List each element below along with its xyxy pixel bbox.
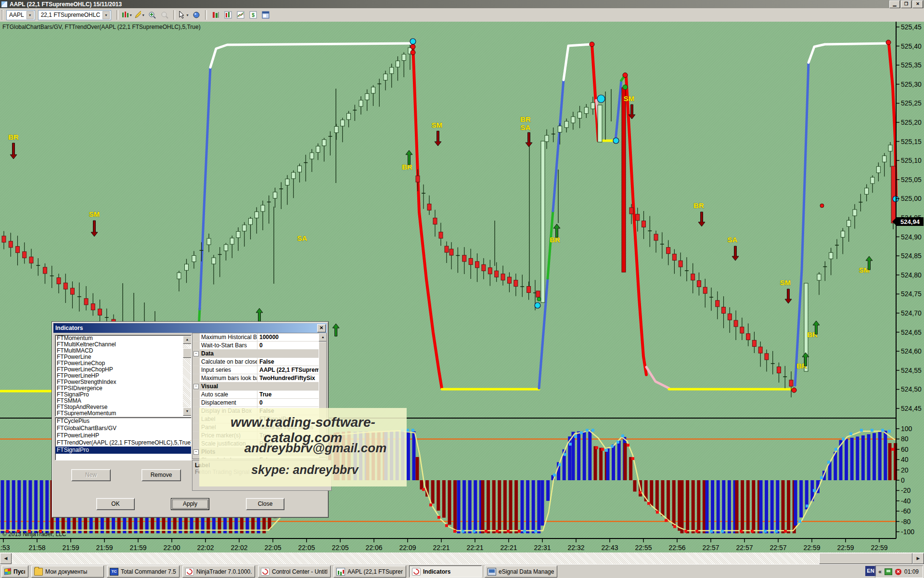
property-category[interactable]: −Visual	[192, 382, 326, 391]
scroll-left-icon[interactable]: ◀	[0, 553, 12, 564]
dialog-title: Indicators	[55, 325, 83, 331]
list-item[interactable]: FTPowerLineHP	[55, 432, 191, 439]
list-item[interactable]: FTCyclePlus	[55, 418, 191, 425]
property-row[interactable]: Maximum bars look backTwoHundredFiftySix	[192, 374, 326, 382]
svg-text:524,60: 524,60	[901, 347, 922, 355]
property-category[interactable]: −Data	[192, 350, 326, 358]
interval-combo[interactable]: 22,1 FTSupremeOHLC ▼	[38, 10, 111, 20]
chart-h-scrollbar[interactable]: ◀ ▶	[0, 552, 924, 564]
dialog-titlebar[interactable]: Indicators ✕	[53, 323, 327, 333]
start-button[interactable]: Пуск	[1, 565, 28, 578]
data-box-button[interactable]	[191, 10, 202, 20]
chart-type-icon	[122, 11, 128, 19]
close-button[interactable]: ✕	[912, 0, 923, 8]
svg-text:-100: -100	[901, 528, 914, 536]
property-row[interactable]: Price marker(s)True	[192, 432, 326, 440]
svg-text:BR: BR	[520, 115, 531, 123]
network-icon[interactable]	[885, 568, 892, 575]
toolbar-grip[interactable]	[1, 10, 4, 20]
collapse-icon[interactable]: −	[193, 351, 199, 356]
minimize-button[interactable]: ▁	[889, 0, 900, 8]
property-row[interactable]: Display in Data BoxFalse	[192, 407, 326, 415]
language-indicator[interactable]: EN	[865, 566, 876, 576]
maximize-button[interactable]: ❐	[901, 0, 911, 8]
news-icon	[262, 11, 270, 19]
property-row[interactable]: PanelSame as input series	[192, 423, 326, 432]
taskbar-button[interactable]: eSignal Data Manager	[485, 565, 557, 578]
configured-indicators-list[interactable]: FTCyclePlusFTGlobalChartBars/GVFTPowerLi…	[55, 417, 192, 460]
scroll-up-icon[interactable]: ▲	[183, 336, 192, 344]
toolbar-separator	[116, 10, 118, 20]
market-analyzer-icon	[224, 11, 232, 19]
taskbar-button[interactable]: AAPL (22,1 FTSupremeO...	[334, 565, 406, 578]
instrument-combo[interactable]: AAPL ▼	[6, 10, 35, 20]
scroll-down-icon[interactable]: ▼	[183, 407, 192, 416]
chart-trader-button[interactable]	[210, 10, 221, 20]
indicator-series-label: FTGlobalChartBars/GV, FTTrendOver(AAPL (…	[2, 24, 201, 30]
svg-text:524,70: 524,70	[901, 309, 922, 317]
apply-button[interactable]: Apply	[171, 498, 209, 510]
close-button[interactable]: Close	[246, 498, 284, 510]
scroll-thumb[interactable]	[319, 342, 327, 448]
property-row[interactable]: Auto scaleTrue	[192, 391, 326, 399]
list-item[interactable]: FTGlobalChartBars/GV	[55, 425, 191, 432]
taskbar-button[interactable]: TCTotal Commander 7.50 p...	[107, 565, 180, 578]
property-row[interactable]: Calculate on bar closeFalse	[192, 358, 326, 366]
tray-chevron-icon[interactable]: «	[878, 568, 882, 575]
list-item[interactable]: FTSupremeMomentum	[55, 410, 191, 417]
property-row[interactable]: Scale justificationRight	[192, 440, 326, 448]
svg-text:22:02: 22:02	[231, 544, 247, 552]
taskbar-button[interactable]: Мои документы	[31, 565, 104, 578]
svg-text:524,55: 524,55	[901, 367, 922, 374]
list-item[interactable]: FTSignalPro	[55, 447, 191, 454]
security-shield-icon[interactable]: ✕	[895, 569, 901, 575]
data-box-icon	[192, 11, 200, 19]
properties-scrollbar[interactable]: ▲ ▼	[319, 333, 326, 458]
scroll-thumb[interactable]	[183, 348, 192, 358]
chart-type-button[interactable]: ▼	[122, 10, 132, 20]
zoom-in-button[interactable]	[147, 10, 157, 20]
svg-text:BR: BR	[402, 163, 412, 171]
drawing-tools-button[interactable]: ▼	[134, 10, 145, 20]
nt-icon	[412, 568, 421, 576]
property-description: Label Felton Trading Signal Pro	[192, 460, 332, 491]
scroll-right-icon[interactable]: ▶	[912, 553, 924, 564]
list-scrollbar[interactable]: ▲ ▼	[183, 336, 191, 416]
remove-button[interactable]: Remove	[141, 469, 181, 481]
property-row[interactable]: Maximum Historical Bars100000	[192, 333, 326, 342]
svg-text:BR: BR	[693, 201, 704, 210]
svg-text:524,50: 524,50	[901, 385, 922, 393]
chart-button[interactable]	[235, 10, 246, 20]
taskbar-button[interactable]: Indicators	[409, 565, 482, 578]
close-icon[interactable]: ✕	[317, 324, 326, 332]
taskbar-button[interactable]: NinjaTrader 7.0.1000.14...	[182, 565, 255, 578]
property-row[interactable]: Wait-to-Start Bars0	[192, 342, 326, 350]
ok-button[interactable]: OK	[96, 498, 135, 510]
collapse-icon[interactable]: −	[193, 384, 199, 389]
news-button[interactable]	[260, 10, 271, 20]
scroll-up-icon[interactable]: ▲	[319, 333, 327, 342]
scroll-down-icon[interactable]: ▼	[319, 449, 327, 458]
svg-text:22:02: 22:02	[197, 544, 214, 552]
property-row[interactable]: Displacement0	[192, 399, 326, 407]
cursor-button[interactable]: ▼	[179, 10, 189, 20]
taskbar-button[interactable]: Control Center - Untitled1	[258, 565, 331, 578]
property-row[interactable]: LabelFTSignalPro	[192, 415, 326, 423]
available-indicators-list[interactable]: FTMomentumFTMultiKeltnerChannelFTMultiMA…	[55, 335, 192, 417]
account-button[interactable]: $	[248, 10, 258, 20]
list-item[interactable]: FTTrendOver(AAPL (22,1 FTSupremeOHLC),5,…	[55, 439, 191, 447]
property-category[interactable]: −Plots	[192, 448, 326, 456]
collapse-icon[interactable]: −	[193, 449, 199, 455]
property-row[interactable]: Input seriesAAPL (22,1 FTSupreme	[192, 366, 326, 374]
svg-text:524,85: 524,85	[901, 252, 922, 260]
svg-text:22:57: 22:57	[736, 544, 753, 552]
window-title: AAPL (22,1 FTSupremeOHLC) 15/11/2013	[10, 1, 122, 8]
indicator-properties-grid[interactable]: Maximum Historical Bars100000Wait-to-Sta…	[192, 333, 327, 459]
svg-text:0: 0	[901, 476, 905, 484]
svg-text:525,05: 525,05	[901, 176, 922, 184]
market-analyzer-button[interactable]	[223, 10, 233, 20]
scroll-thumb[interactable]	[819, 553, 912, 564]
taskbar-button-label: Мои документы	[45, 568, 87, 575]
property-row[interactable]: Show LabelFalse	[192, 456, 326, 459]
indicators-dialog[interactable]: Indicators ✕ FTMomentumFTMultiKeltnerCha…	[51, 321, 329, 518]
